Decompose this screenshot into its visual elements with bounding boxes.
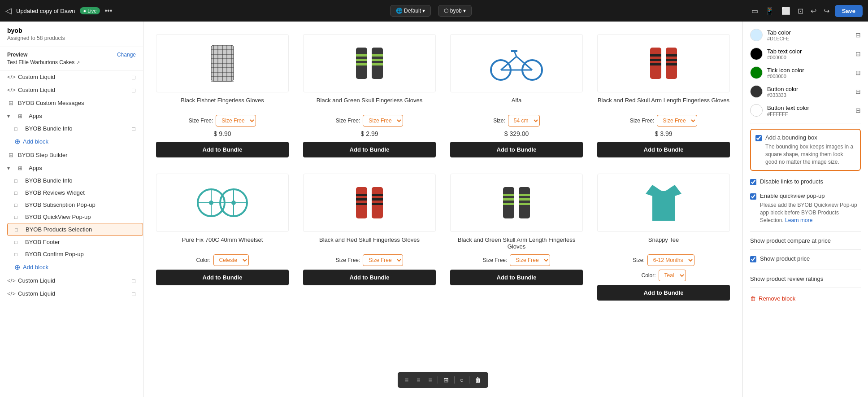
- topbar-left: ◁ Updated copy of Dawn ● Live •••: [5, 6, 112, 16]
- sidebar-item-custom-liquid-4[interactable]: </> Custom Liquid ◻: [0, 287, 143, 300]
- redo-button[interactable]: ↪: [822, 5, 831, 17]
- add-to-bundle-button[interactable]: Add to Bundle: [450, 142, 583, 157]
- toolbar-align-center[interactable]: ≡: [414, 375, 423, 385]
- apps-group-1-children: □ BYOB Bundle Info ◻ ⊕ Add block: [0, 122, 143, 148]
- doc-icon-2: □: [14, 178, 22, 183]
- product-image: [303, 174, 436, 232]
- quickview-checkbox[interactable]: [750, 193, 756, 200]
- product-size-row: Size Free: Size Free: [156, 115, 289, 127]
- code-icon-4: </>: [7, 290, 14, 297]
- size-select[interactable]: Celeste: [213, 254, 249, 266]
- size-label: Size Free:: [630, 118, 655, 124]
- default-dropdown[interactable]: 🌐 Default ▾: [390, 5, 431, 17]
- add-to-bundle-button[interactable]: Add to Bundle: [303, 270, 436, 285]
- content-area: Black Fishnet Fingerless Gloves Size Fre…: [143, 22, 742, 397]
- tick-color-info: Tick icon color #008000: [767, 67, 804, 79]
- sidebar-item-byob-messages[interactable]: ⊞ BYOB Custom Messages: [0, 96, 143, 109]
- tick-color-swatch[interactable]: [750, 66, 763, 79]
- svg-rect-54: [372, 203, 383, 205]
- more-button[interactable]: •••: [104, 7, 112, 15]
- sidebar-item-byob-bundle-info-2[interactable]: □ BYOB Bundle Info: [7, 175, 143, 187]
- sidebar-item-byob-products-selection[interactable]: □ BYOB Products Selection: [7, 223, 143, 236]
- external-icon: ↗: [76, 60, 80, 65]
- show-price-section: Show product price: [750, 255, 861, 262]
- add-to-bundle-button[interactable]: Add to Bundle: [450, 270, 583, 285]
- doc-icon-3: □: [14, 190, 22, 196]
- toolbar-delete[interactable]: 🗑: [472, 375, 484, 385]
- svg-rect-37: [666, 59, 677, 61]
- floating-toolbar: ≡ ≡ ≡ ⊞ ○ 🗑: [398, 372, 488, 388]
- quickview-section: Enable quickview pop-up Please add the B…: [750, 192, 861, 224]
- product-card: Black and Green Skull Fingerless Gloves …: [299, 31, 439, 161]
- tab-color-edit[interactable]: ⊟: [855, 31, 861, 39]
- sidebar-item-apps-1[interactable]: ▾ ⊞ Apps: [0, 109, 143, 122]
- doc-icon-5: □: [14, 214, 22, 220]
- tab-text-color-swatch[interactable]: [750, 48, 763, 60]
- sidebar-item-apps-2[interactable]: ▾ ⊞ Apps: [0, 161, 143, 175]
- button-color-label: Button color: [767, 86, 798, 92]
- add-to-bundle-button[interactable]: Add to Bundle: [156, 142, 289, 157]
- toolbar-align-right[interactable]: ≡: [425, 375, 434, 385]
- button-color-edit[interactable]: ⊟: [855, 88, 861, 95]
- button-text-color-hex: #FFFFFF: [767, 111, 809, 117]
- size-label: Size:: [493, 118, 505, 124]
- sidebar-item-custom-liquid-3[interactable]: </> Custom Liquid ◻: [0, 274, 143, 287]
- disable-links-checkbox[interactable]: [750, 179, 756, 185]
- byob-dropdown[interactable]: ⬡ byob ▾: [438, 5, 472, 17]
- sidebar-item-byob-confirm-popup[interactable]: □ BYOB Confirm Pop-up: [7, 248, 143, 260]
- button-text-color-swatch[interactable]: [750, 104, 763, 117]
- undo-button[interactable]: ↩: [809, 5, 818, 17]
- add-to-bundle-button[interactable]: Add to Bundle: [597, 285, 730, 301]
- sidebar-item-custom-liquid-1[interactable]: </> Custom Liquid ◻: [0, 70, 143, 83]
- sidebar-item-byob-bundle-info-1[interactable]: □ BYOB Bundle Info ◻: [7, 122, 143, 135]
- back-button[interactable]: ◁: [5, 6, 12, 16]
- sidebar-item-byob-reviews[interactable]: □ BYOB Reviews Widget: [7, 187, 143, 199]
- svg-rect-51: [356, 203, 367, 205]
- toolbar-align-left[interactable]: ≡: [402, 375, 411, 385]
- sidebar-item-byob-quickview[interactable]: □ BYOB QuickView Pop-up: [7, 211, 143, 223]
- size-select[interactable]: Size Free: [363, 254, 403, 266]
- size-select[interactable]: Size Free: [363, 115, 403, 127]
- toolbar-image[interactable]: ⊞: [441, 375, 451, 385]
- toolbar-link[interactable]: ○: [457, 375, 466, 385]
- size-select[interactable]: Size Free: [216, 115, 256, 127]
- add-to-bundle-button[interactable]: Add to Bundle: [597, 142, 730, 157]
- size-select[interactable]: Size Free: [510, 254, 550, 266]
- share-icon[interactable]: ⊡: [796, 5, 805, 17]
- product-card: Black and Red Skull Arm Length Fingerles…: [594, 31, 733, 161]
- product-size-row: Size Free: Size Free: [303, 115, 436, 127]
- sidebar-item-custom-liquid-2[interactable]: </> Custom Liquid ◻: [0, 83, 143, 96]
- save-button[interactable]: Save: [835, 5, 863, 17]
- remove-block-button[interactable]: 🗑 Remove block: [750, 293, 795, 304]
- size-select[interactable]: 54 cm: [508, 115, 540, 127]
- vis-icon: ◻: [131, 126, 136, 132]
- button-color-swatch[interactable]: [750, 85, 763, 98]
- tick-color-edit[interactable]: ⊟: [855, 69, 861, 76]
- button-text-color-edit[interactable]: ⊟: [855, 107, 861, 114]
- chevron-icon-2: ▾: [7, 165, 14, 171]
- size-select[interactable]: Size Free: [657, 115, 697, 127]
- add-to-bundle-button[interactable]: Add to Bundle: [156, 270, 289, 285]
- preview-store: Test Ellie Warburtons Cakes ↗: [7, 59, 80, 65]
- learn-more-link[interactable]: Learn more: [785, 217, 812, 223]
- product-image: [156, 34, 289, 92]
- tablet-icon[interactable]: ⬜: [780, 5, 792, 17]
- change-button[interactable]: Change: [117, 52, 136, 58]
- add-to-bundle-button[interactable]: Add to Bundle: [303, 142, 436, 157]
- sidebar-item-byob-step-builder[interactable]: ⊞ BYOB Step Builder: [0, 148, 143, 161]
- sidebar-item-byob-subscription[interactable]: □ BYOB Subscription Pop-up: [7, 199, 143, 211]
- bounding-box-checkbox[interactable]: [755, 135, 762, 141]
- size-select[interactable]: 6-12 Months: [647, 254, 694, 266]
- mobile-icon[interactable]: 📱: [764, 5, 776, 17]
- add-block-button-1[interactable]: ⊕ Add block: [7, 135, 143, 148]
- tab-color-swatch[interactable]: [750, 29, 763, 41]
- product-price: $ 2.99: [361, 130, 378, 137]
- svg-rect-49: [356, 194, 367, 196]
- show-price-checkbox[interactable]: [750, 256, 756, 262]
- size-label: Color:: [196, 257, 210, 263]
- desktop-icon[interactable]: ▭: [750, 5, 760, 17]
- tab-text-color-edit[interactable]: ⊟: [855, 50, 861, 57]
- add-block-button-2[interactable]: ⊕ Add block: [7, 260, 143, 274]
- sidebar-item-byob-footer[interactable]: □ BYOB Footer: [7, 236, 143, 248]
- attr2-select[interactable]: Teal: [659, 270, 686, 281]
